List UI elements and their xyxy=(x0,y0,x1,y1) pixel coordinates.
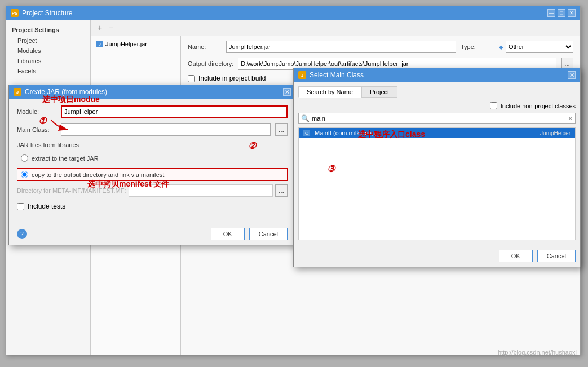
dialog-title-left: J Create JAR (from modules) xyxy=(14,88,107,96)
maximize-btn[interactable]: □ xyxy=(558,9,565,17)
output-dir-label: Output directory: xyxy=(188,60,233,67)
dialog-icon: J xyxy=(14,88,21,96)
title-bar-left: PS Project Structure xyxy=(11,9,72,17)
radio-extract-row: extract to the target JAR xyxy=(17,152,288,165)
name-row: Name: Type: ◆ Other xyxy=(188,41,573,53)
select-class-close-btn[interactable]: ✕ xyxy=(568,71,576,79)
module-row: Module: xyxy=(17,105,288,118)
sidebar-section-title: Project Settings xyxy=(6,24,90,36)
artifact-name: JumpHelper.jar xyxy=(105,41,147,47)
create-jar-close-btn[interactable]: ✕ xyxy=(283,88,291,96)
create-jar-dialog: J Create JAR (from modules) ✕ Module: Ma… xyxy=(8,85,296,245)
sidebar-item-facets[interactable]: Facets xyxy=(6,66,90,76)
artifact-icon: J xyxy=(96,41,103,47)
window-title: Project Structure xyxy=(22,9,72,17)
include-tests-label: Include tests xyxy=(28,202,65,210)
select-class-cancel-btn[interactable]: Cancel xyxy=(537,250,576,262)
module-input[interactable] xyxy=(61,105,288,118)
radio-copy-row: copy to the output directory and link vi… xyxy=(17,168,288,181)
search-class-input[interactable] xyxy=(312,115,568,122)
close-btn[interactable]: ✕ xyxy=(568,9,576,17)
radio-extract[interactable] xyxy=(21,154,28,162)
select-class-footer: OK Cancel xyxy=(294,245,580,267)
select-class-ok-btn[interactable]: OK xyxy=(499,250,533,262)
search-tabs: Search by Name Project xyxy=(298,86,576,98)
main-class-label: Main Class: xyxy=(17,126,56,133)
type-control: ◆ Other xyxy=(499,41,573,53)
minimize-btn[interactable]: — xyxy=(547,9,555,17)
select-class-body: Search by Name Project Include non-proje… xyxy=(294,82,580,245)
class-list-item[interactable]: C MainIt (com.milk.jump) JumpHelper xyxy=(299,128,575,138)
class-module: JumpHelper xyxy=(540,130,571,136)
main-class-browse-btn[interactable]: … xyxy=(275,123,288,136)
manifest-dir-label: Directory for META-INF/MANIFEST.MF: xyxy=(17,187,126,194)
add-artifact-btn[interactable]: + xyxy=(95,22,104,33)
name-input[interactable] xyxy=(226,41,456,53)
search-clear-btn[interactable]: ✕ xyxy=(568,115,573,122)
sidebar-item-modules[interactable]: Modules xyxy=(6,46,90,56)
select-class-title-bar: J Select Main Class ✕ xyxy=(294,68,580,82)
include-tests-row: Include tests xyxy=(17,202,288,210)
main-class-row: Main Class: … xyxy=(17,123,288,136)
search-bar: 🔍 ✕ xyxy=(298,113,576,124)
help-button[interactable]: ? xyxy=(17,229,27,239)
main-class-input[interactable] xyxy=(61,123,271,136)
class-icon: C xyxy=(303,130,310,136)
title-bar: PS Project Structure — □ ✕ xyxy=(6,6,580,20)
type-label: Type: xyxy=(461,43,494,50)
select-class-icon: J xyxy=(298,71,306,79)
diamond-icon: ◆ xyxy=(499,44,503,50)
class-name: MainIt (com.milk.jump) xyxy=(315,130,536,136)
include-build-checkbox[interactable] xyxy=(188,75,195,82)
name-label: Name: xyxy=(188,43,222,50)
dialog-title: Create JAR (from modules) xyxy=(25,88,107,96)
include-tests-checkbox[interactable] xyxy=(17,203,24,210)
create-jar-ok-btn[interactable]: OK xyxy=(211,228,245,240)
tab-project[interactable]: Project xyxy=(361,86,397,98)
create-jar-body: Module: Main Class: … JAR files from lib… xyxy=(9,99,295,223)
select-class-title-text: Select Main Class xyxy=(310,71,364,79)
tab-search-by-name[interactable]: Search by Name xyxy=(298,86,361,98)
title-bar-controls: — □ ✕ xyxy=(547,9,576,17)
top-toolbar: + − xyxy=(91,20,580,36)
select-class-dialog: J Select Main Class ✕ Search by Name Pro… xyxy=(293,68,581,267)
app-icon: PS xyxy=(11,9,19,17)
sidebar-item-project[interactable]: Project xyxy=(6,36,90,46)
search-icon: 🔍 xyxy=(301,114,310,122)
include-build-label: Include in project build xyxy=(198,74,266,82)
type-select[interactable]: Other xyxy=(506,41,573,53)
radio-copy[interactable] xyxy=(21,171,28,178)
manifest-dir-row: Directory for META-INF/MANIFEST.MF: … xyxy=(17,184,288,197)
radio-extract-label: extract to the target JAR xyxy=(32,155,99,162)
manifest-dir-input[interactable] xyxy=(129,184,273,197)
module-label: Module: xyxy=(17,108,56,115)
create-jar-title-bar: J Create JAR (from modules) ✕ xyxy=(9,85,295,99)
manifest-dir-browse-btn[interactable]: … xyxy=(275,184,288,197)
include-nonproj-label: Include non-project classes xyxy=(501,103,576,109)
radio-copy-label: copy to the output directory and link vi… xyxy=(32,171,164,178)
include-nonproj-row: Include non-project classes xyxy=(298,102,576,109)
create-jar-cancel-btn[interactable]: Cancel xyxy=(249,228,288,240)
create-jar-footer: ? OK Cancel xyxy=(9,223,295,245)
remove-artifact-btn[interactable]: − xyxy=(107,22,116,33)
include-nonproj-checkbox[interactable] xyxy=(490,102,497,109)
artifact-item-jumphelper[interactable]: J JumpHelper.jar xyxy=(93,38,178,50)
sidebar-item-libraries[interactable]: Libraries xyxy=(6,56,90,66)
jar-libraries-section: JAR files from libraries xyxy=(17,142,288,148)
class-list: C MainIt (com.milk.jump) JumpHelper xyxy=(298,127,576,240)
select-class-title-left: J Select Main Class xyxy=(298,71,364,79)
